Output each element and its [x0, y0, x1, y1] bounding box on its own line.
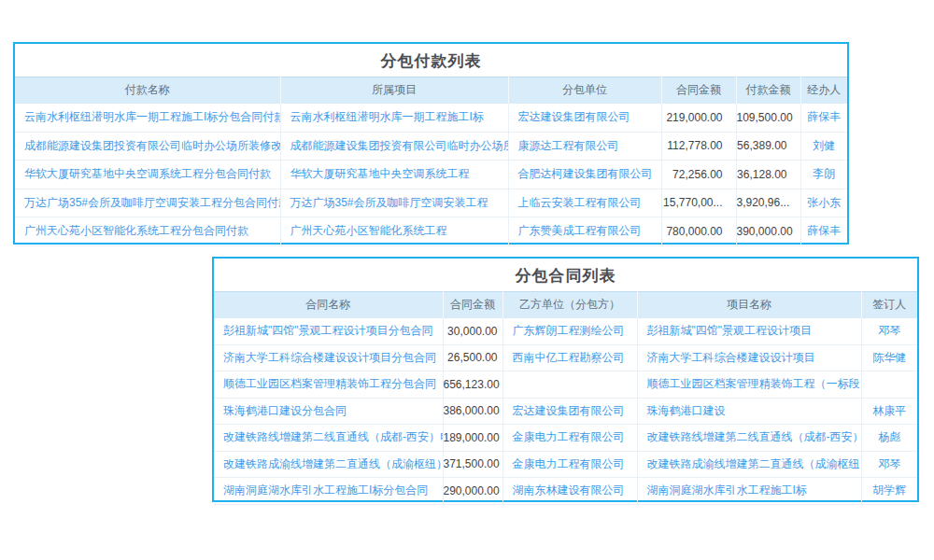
table-cell: 386,000.00: [443, 398, 502, 425]
column-header: 签订人: [861, 292, 917, 318]
table-cell: [861, 371, 917, 399]
link-cell[interactable]: 华软大厦研究基地中央空调系统工程: [280, 161, 508, 189]
column-header: 合同金额: [443, 292, 502, 318]
table-cell: 189,000.00: [443, 425, 502, 452]
table-row: 改建铁路线增建第二线直通线（成都-西安）电力线...189,000.00金康电力…: [214, 425, 917, 452]
column-header: 合同金额: [661, 77, 736, 104]
link-cell[interactable]: 云南水利枢纽潜明水库一期工程施工I标: [280, 104, 508, 133]
link-cell[interactable]: 宏达建设集团有限公司: [502, 398, 637, 425]
table-cell: 3,920,96...: [736, 189, 800, 217]
payment-list-card: 分包付款列表 付款名称所属项目分包单位合同金额付款金额经办人 云南水利枢纽潜明水…: [13, 42, 849, 245]
link-cell[interactable]: 西南中亿工程勘察公司: [502, 344, 637, 371]
link-cell[interactable]: 湖南洞庭湖水库引水工程施工I标分包合同: [214, 478, 443, 505]
contract-table-title: 分包合同列表: [214, 259, 917, 291]
table-row: 济南大学工科综合楼建设设计项目分包合同26,500.00西南中亿工程勘察公司济南…: [214, 344, 917, 371]
link-cell[interactable]: 薛保丰: [800, 217, 847, 246]
link-cell[interactable]: 成都能源建设集团投资有限公司临时办公场所...: [280, 132, 508, 161]
link-cell[interactable]: 林康平: [861, 398, 917, 425]
link-cell[interactable]: 湖南东林建设有限公司: [502, 478, 637, 505]
link-cell[interactable]: 张小东: [800, 189, 847, 217]
table-row: 云南水利枢纽潜明水库一期工程施工I标分包合同付款云南水利枢纽潜明水库一期工程施工…: [15, 104, 847, 133]
link-cell[interactable]: 珠海鹤港口建设: [637, 398, 861, 425]
column-header: 所属项目: [280, 77, 508, 104]
table-cell: 30,000.00: [443, 318, 502, 345]
link-cell[interactable]: 珠海鹤港口建设分包合同: [214, 398, 443, 425]
link-cell[interactable]: 改建铁路线增建第二线直通线（成都-西安）电力线...: [637, 425, 861, 452]
contract-table: 合同名称合同金额乙方单位（分包方）项目名称签订人 彭祖新城"四馆"景观工程设计项…: [214, 291, 917, 505]
column-header: 项目名称: [637, 292, 861, 318]
table-row: 华软大厦研究基地中央空调系统工程分包合同付款华软大厦研究基地中央空调系统工程合肥…: [15, 161, 847, 189]
table-cell: 219,000.00: [661, 104, 736, 133]
link-cell[interactable]: 改建铁路成渝线增建第二直通线（成渝枢纽）电力...: [637, 451, 861, 478]
column-header: 分包单位: [508, 77, 661, 104]
link-cell[interactable]: 云南水利枢纽潜明水库一期工程施工I标分包合同付款: [15, 104, 280, 133]
table-row: 湖南洞庭湖水库引水工程施工I标分包合同290,000.00湖南东林建设有限公司湖…: [214, 478, 917, 505]
table-cell: 36,128.00: [736, 161, 800, 189]
payment-table-title: 分包付款列表: [15, 44, 847, 77]
link-cell[interactable]: 合肥达柯建设集团有限公司: [508, 161, 661, 189]
column-header: 经办人: [800, 77, 847, 104]
link-cell[interactable]: 薛保丰: [800, 104, 847, 133]
table-row: 顺德工业园区档案管理精装饰工程分包合同656,123.00顺德工业园区档案管理精…: [214, 371, 917, 399]
link-cell[interactable]: 华软大厦研究基地中央空调系统工程分包合同付款: [15, 161, 280, 189]
link-cell[interactable]: 邓琴: [861, 318, 917, 345]
contract-list-card: 分包合同列表 合同名称合同金额乙方单位（分包方）项目名称签订人 彭祖新城"四馆"…: [212, 257, 919, 502]
link-cell[interactable]: 万达广场35#会所及咖啡厅空调安装工程: [280, 189, 508, 217]
link-cell[interactable]: 广东赞美成工程有限公司: [508, 217, 661, 246]
link-cell[interactable]: 万达广场35#会所及咖啡厅空调安装工程分包合同付款: [15, 189, 280, 217]
link-cell[interactable]: 刘健: [800, 132, 847, 161]
link-cell[interactable]: 湖南洞庭湖水库引水工程施工I标: [637, 478, 861, 505]
table-cell: 390,000.00: [736, 217, 800, 246]
link-cell[interactable]: 李朗: [800, 161, 847, 189]
table-cell: 112,778.00: [661, 132, 736, 161]
link-cell[interactable]: 济南大学工科综合楼建设设计项目: [637, 344, 861, 371]
link-cell[interactable]: 顺德工业园区档案管理精装饰工程分包合同: [214, 371, 443, 399]
table-row: 广州天心苑小区智能化系统工程分包合同付款广州天心苑小区智能化系统工程广东赞美成工…: [15, 217, 847, 246]
link-cell[interactable]: 金康电力工程有限公司: [502, 451, 637, 478]
table-cell: 371,500.00: [443, 451, 502, 478]
table-cell: [502, 371, 637, 399]
link-cell[interactable]: 杨彪: [861, 425, 917, 452]
link-cell[interactable]: 康源达工程有限公司: [508, 132, 661, 161]
table-row: 彭祖新城"四馆"景观工程设计项目分包合同30,000.00广东辉朗工程测绘公司彭…: [214, 318, 917, 345]
column-header: 合同名称: [214, 292, 443, 318]
link-cell[interactable]: 金康电力工程有限公司: [502, 425, 637, 452]
table-cell: 26,500.00: [443, 344, 502, 371]
column-header: 乙方单位（分包方）: [502, 292, 637, 318]
table-row: 珠海鹤港口建设分包合同386,000.00宏达建设集团有限公司珠海鹤港口建设林康…: [214, 398, 917, 425]
link-cell[interactable]: 广东辉朗工程测绘公司: [502, 318, 637, 345]
link-cell[interactable]: 济南大学工科综合楼建设设计项目分包合同: [214, 344, 443, 371]
link-cell[interactable]: 广州天心苑小区智能化系统工程分包合同付款: [15, 217, 280, 246]
link-cell[interactable]: 彭祖新城"四馆"景观工程设计项目: [637, 318, 861, 345]
link-cell[interactable]: 顺德工业园区档案管理精装饰工程（一标段）: [637, 371, 861, 399]
link-cell[interactable]: 陈华健: [861, 344, 917, 371]
payment-table: 付款名称所属项目分包单位合同金额付款金额经办人 云南水利枢纽潜明水库一期工程施工…: [15, 77, 847, 246]
table-cell: 109,500.00: [736, 104, 800, 133]
table-row: 改建铁路成渝线增建第二直通线（成渝枢纽）电力...371,500.00金康电力工…: [214, 451, 917, 478]
link-cell[interactable]: 广州天心苑小区智能化系统工程: [280, 217, 508, 246]
page: 分包付款列表 付款名称所属项目分包单位合同金额付款金额经办人 云南水利枢纽潜明水…: [0, 0, 934, 560]
link-cell[interactable]: 彭祖新城"四馆"景观工程设计项目分包合同: [214, 318, 443, 345]
table-cell: 15,770,00...: [661, 189, 736, 217]
table-cell: 72,256.00: [661, 161, 736, 189]
column-header: 付款金额: [736, 77, 800, 104]
table-row: 成都能源建设集团投资有限公司临时办公场所装修改造...成都能源建设集团投资有限公…: [15, 132, 847, 161]
link-cell[interactable]: 改建铁路线增建第二线直通线（成都-西安）电力线...: [214, 425, 443, 452]
link-cell[interactable]: 改建铁路成渝线增建第二直通线（成渝枢纽）电力...: [214, 451, 443, 478]
link-cell[interactable]: 胡学辉: [861, 478, 917, 505]
table-cell: 780,000.00: [661, 217, 736, 246]
payment-table-header-row: 付款名称所属项目分包单位合同金额付款金额经办人: [15, 77, 847, 104]
link-cell[interactable]: 成都能源建设集团投资有限公司临时办公场所装修改造...: [15, 132, 280, 161]
table-cell: 290,000.00: [443, 478, 502, 505]
contract-table-header-row: 合同名称合同金额乙方单位（分包方）项目名称签订人: [214, 292, 917, 318]
link-cell[interactable]: 邓琴: [861, 451, 917, 478]
column-header: 付款名称: [15, 77, 280, 104]
table-cell: 56,389.00: [736, 132, 800, 161]
link-cell[interactable]: 宏达建设集团有限公司: [508, 104, 661, 133]
table-row: 万达广场35#会所及咖啡厅空调安装工程分包合同付款万达广场35#会所及咖啡厅空调…: [15, 189, 847, 217]
link-cell[interactable]: 上临云安装工程有限公司: [508, 189, 661, 217]
table-cell: 656,123.00: [443, 371, 502, 399]
